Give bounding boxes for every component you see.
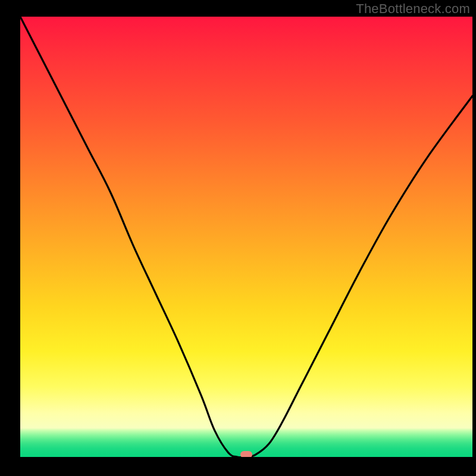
chart-frame: TheBottleneck.com	[0, 0, 476, 476]
optimal-marker	[240, 451, 252, 457]
plot-area	[20, 17, 472, 457]
bottleneck-curve	[20, 17, 472, 457]
watermark-label: TheBottleneck.com	[356, 1, 470, 17]
